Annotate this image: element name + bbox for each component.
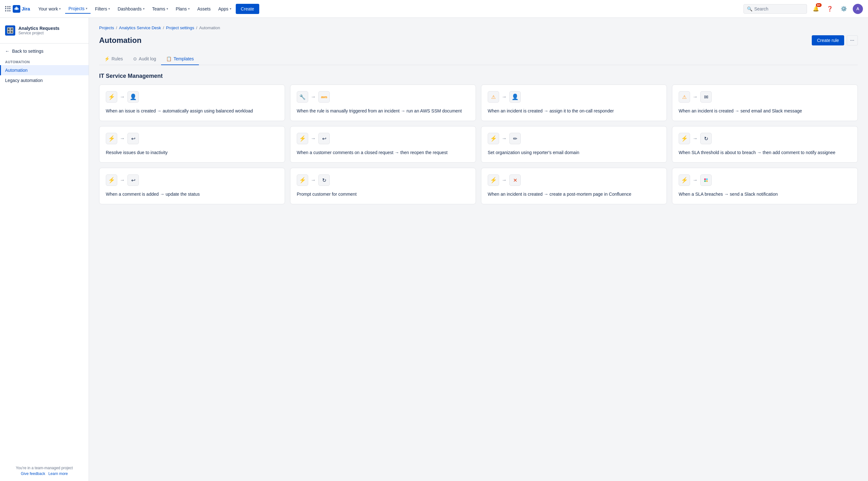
header-actions: Create rule ··· — [812, 35, 858, 45]
chevron-down-icon: ▾ — [108, 7, 110, 10]
settings-button[interactable]: ⚙️ — [839, 4, 849, 14]
slack-icon — [703, 177, 709, 183]
search-box[interactable]: 🔍 Search — [743, 4, 807, 14]
learn-more-link[interactable]: Learn more — [48, 472, 68, 476]
project-name: Analytics Requests — [19, 26, 59, 31]
create-rule-button[interactable]: Create rule — [812, 35, 844, 45]
jira-logo[interactable]: Jira — [13, 5, 30, 13]
card-3-icons: ⚠ → ✉ — [679, 91, 851, 103]
card-4-text: Resolve issues due to inactivity — [106, 149, 278, 156]
card-8-text: When a comment is added → update the sta… — [106, 191, 278, 198]
card-1[interactable]: 🔧 → aws When the rule is manually trigge… — [290, 85, 476, 121]
card-0-icon2: 👤 — [127, 91, 139, 103]
reopen-icon: ↩ — [131, 136, 135, 142]
help-icon: ❓ — [827, 6, 833, 12]
back-to-settings-button[interactable]: ← Back to settings — [0, 46, 89, 56]
lightning-icon: ⚡ — [490, 177, 497, 184]
wrench-icon: 🔧 — [299, 94, 306, 100]
card-6-icons: ⚡ → ✏ — [488, 133, 660, 144]
notifications-badge: 9+ — [816, 3, 822, 7]
card-11-icons: ⚡ → — [679, 174, 851, 186]
card-9[interactable]: ⚡ → ↻ Prompt customer for comment — [290, 168, 476, 204]
nav-filters[interactable]: Filters ▾ — [92, 4, 113, 13]
lightning-icon: ⚡ — [299, 177, 306, 184]
card-10-icon2: ✕ — [509, 174, 521, 186]
breadcrumb-current: Automation — [199, 25, 220, 30]
card-3[interactable]: ⚠ → ✉ When an incident is created → send… — [672, 85, 858, 121]
topnav-right: 🔍 Search 🔔 9+ ❓ ⚙️ A — [743, 4, 863, 14]
tab-audit-log[interactable]: ⊙ Audit log — [128, 53, 161, 65]
email-icon: ✉ — [704, 94, 708, 100]
grid-icon[interactable] — [5, 6, 11, 12]
svg-point-2 — [706, 179, 708, 180]
card-4-icon2: ↩ — [127, 133, 139, 144]
tab-rules[interactable]: ⚡ Rules — [99, 53, 128, 65]
sidebar-item-automation[interactable]: Automation — [0, 65, 89, 75]
card-1-icon2: aws — [318, 91, 330, 103]
nav-plans[interactable]: Plans ▾ — [173, 4, 193, 13]
cards-grid: ⚡ → 👤 When an issue is created → automat… — [99, 85, 858, 204]
breadcrumb-sep-3: / — [196, 25, 197, 30]
card-4-icon1: ⚡ — [106, 133, 117, 144]
project-icon: 🎛️ — [5, 25, 15, 36]
arrow-icon: → — [311, 94, 316, 100]
main-content: Projects / Analytics Service Desk / Proj… — [89, 18, 868, 481]
breadcrumb-projects[interactable]: Projects — [99, 25, 114, 30]
logo[interactable]: Jira — [5, 5, 30, 13]
search-icon: 🔍 — [747, 6, 752, 11]
card-3-text: When an incident is created → send email… — [679, 108, 851, 115]
edit-icon: ✏ — [513, 136, 517, 142]
tab-templates-label: Templates — [174, 56, 194, 61]
nav-apps[interactable]: Apps ▾ — [215, 4, 235, 13]
arrow-icon: → — [693, 177, 698, 183]
nav-projects[interactable]: Projects ▾ — [65, 4, 91, 14]
nav-assets[interactable]: Assets — [194, 4, 214, 13]
card-1-icon1: 🔧 — [297, 91, 308, 103]
sidebar-item-legacy-automation[interactable]: Legacy automation — [0, 75, 89, 86]
breadcrumb-analytics[interactable]: Analytics Service Desk — [119, 25, 161, 30]
template-icon: 📋 — [166, 56, 172, 61]
help-button[interactable]: ❓ — [825, 4, 835, 14]
project-type: Service project — [19, 31, 59, 35]
arrow-icon: → — [502, 177, 507, 183]
lightning-icon: ⚡ — [299, 135, 306, 142]
arrow-icon: → — [502, 94, 507, 100]
breadcrumb-settings[interactable]: Project settings — [166, 25, 194, 30]
circle-icon: ⊙ — [133, 56, 137, 61]
card-5-icon1: ⚡ — [297, 133, 308, 144]
tab-audit-label: Audit log — [139, 56, 156, 61]
card-5[interactable]: ⚡ → ↩ When a customer comments on a clos… — [290, 126, 476, 163]
layout: 🎛️ Analytics Requests Service project ← … — [0, 18, 868, 481]
avatar[interactable]: A — [853, 4, 863, 14]
topnav: Jira Your work ▾ Projects ▾ Filters ▾ Da… — [0, 0, 868, 18]
card-11[interactable]: ⚡ → When a SLA breaches → send a Slack n… — [672, 168, 858, 204]
reopen-icon: ↩ — [131, 177, 135, 183]
card-6[interactable]: ⚡ → ✏ Set organization using reporter's … — [481, 126, 667, 163]
card-7[interactable]: ⚡ → ↻ When SLA threshold is about to bre… — [672, 126, 858, 163]
card-2[interactable]: ⚠ → 👤 When an incident is created → assi… — [481, 85, 667, 121]
notifications-button[interactable]: 🔔 9+ — [811, 4, 821, 14]
lightning-icon: ⚡ — [108, 177, 115, 184]
nav-your-work[interactable]: Your work ▾ — [35, 4, 64, 13]
card-0[interactable]: ⚡ → 👤 When an issue is created → automat… — [99, 85, 285, 121]
chevron-down-icon: ▾ — [230, 7, 231, 10]
lightning-icon: ⚡ — [104, 56, 110, 61]
tab-templates[interactable]: 📋 Templates — [161, 53, 199, 65]
card-4[interactable]: ⚡ → ↩ Resolve issues due to inactivity — [99, 126, 285, 163]
card-2-text: When an incident is created → assign it … — [488, 108, 660, 115]
team-managed-text: You're in a team-managed project — [5, 466, 84, 470]
card-8-icon2: ↩ — [127, 174, 139, 186]
breadcrumb: Projects / Analytics Service Desk / Proj… — [99, 25, 858, 30]
breadcrumb-sep-1: / — [116, 25, 117, 30]
svg-point-4 — [706, 181, 708, 182]
nav-dashboards[interactable]: Dashboards ▾ — [114, 4, 148, 13]
person-icon: 👤 — [130, 93, 136, 100]
card-8[interactable]: ⚡ → ↩ When a comment is added → update t… — [99, 168, 285, 204]
lightning-icon: ⚡ — [490, 135, 497, 142]
card-10[interactable]: ⚡ → ✕ When an incident is created → crea… — [481, 168, 667, 204]
card-5-icon2: ↩ — [318, 133, 330, 144]
nav-teams[interactable]: Teams ▾ — [149, 4, 171, 13]
more-options-button[interactable]: ··· — [847, 35, 858, 45]
feedback-link[interactable]: Give feedback — [21, 472, 45, 476]
create-button[interactable]: Create — [236, 4, 259, 14]
